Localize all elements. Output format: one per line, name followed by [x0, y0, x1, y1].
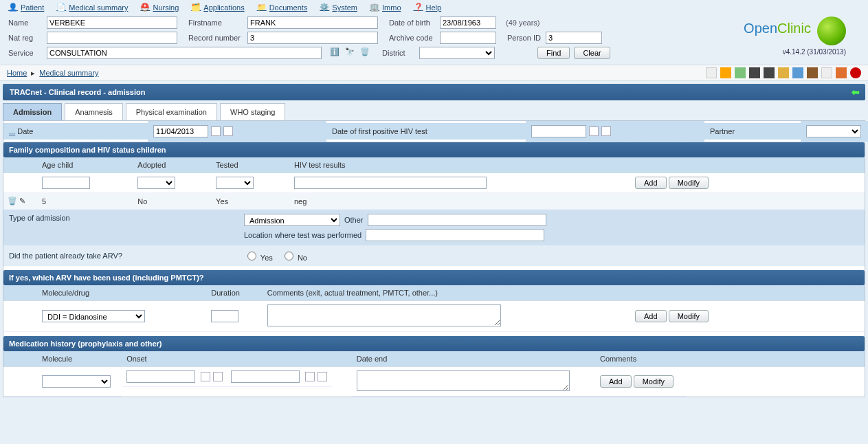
duration-input[interactable]	[211, 310, 238, 322]
menu-applications[interactable]: 🗂️Applications	[191, 3, 244, 12]
age-input[interactable]	[42, 177, 90, 189]
stop-icon[interactable]	[850, 67, 861, 78]
arv-no-radio[interactable]	[285, 252, 293, 260]
record-number-field[interactable]	[247, 32, 378, 44]
service-field[interactable]	[47, 47, 322, 59]
partner-select[interactable]	[806, 125, 861, 137]
first-hiv-field[interactable]	[531, 125, 586, 137]
medhist-input-row: Add Modify	[3, 367, 865, 397]
info-icon[interactable]: ℹ️	[330, 47, 341, 58]
edit-icon[interactable]	[720, 67, 731, 78]
menu-summary[interactable]: 📄Medical summary	[56, 3, 128, 12]
family-section-title: Family composition and HIV status childr…	[3, 142, 865, 157]
archive-field[interactable]	[440, 32, 496, 44]
breadcrumb-bar: Home ▸ Medical summary	[0, 65, 868, 81]
col-comments: Comments (exit, actual treatment, PMTCT,…	[263, 285, 631, 301]
firstname-field[interactable]	[247, 16, 378, 29]
clear-button[interactable]: Clear	[574, 47, 610, 59]
menu-nursing[interactable]: ⛑️Nursing	[140, 3, 179, 12]
cell-results: neg	[290, 193, 631, 210]
type-adm-label: Type of admission	[9, 214, 236, 222]
back-arrow-icon[interactable]: ⬅	[852, 87, 860, 98]
menu-patient[interactable]: 👤Patient	[8, 3, 44, 12]
menu-system[interactable]: ⚙️System	[320, 3, 357, 12]
bed-icon[interactable]	[749, 67, 760, 78]
crumb-current[interactable]: Medical summary	[39, 69, 98, 77]
arv-modify-button[interactable]: Modify	[669, 310, 709, 322]
date-help-icon[interactable]	[223, 126, 233, 136]
date-help-icon[interactable]	[318, 372, 327, 381]
date-help-icon[interactable]	[213, 372, 223, 381]
results-input[interactable]	[294, 177, 487, 189]
arv-add-button[interactable]: Add	[635, 310, 667, 322]
patient-header: Name Firstname Date of birth (49 years) …	[0, 14, 868, 65]
mh-add-button[interactable]: Add	[600, 375, 632, 388]
natreg-field[interactable]	[47, 32, 177, 44]
menu-immo[interactable]: 🏢Immo	[370, 3, 401, 12]
family-modify-button[interactable]: Modify	[669, 177, 709, 189]
service-label: Service	[8, 49, 43, 57]
onset-input[interactable]	[126, 370, 195, 383]
other-input[interactable]	[368, 214, 546, 226]
calendar-icon[interactable]	[305, 372, 315, 381]
calendar-icon[interactable]	[211, 126, 221, 136]
print-icon[interactable]	[807, 67, 818, 78]
recno-label: Record number	[181, 34, 243, 42]
location-input[interactable]	[366, 229, 544, 241]
person-id-field[interactable]	[546, 32, 602, 44]
adopted-select[interactable]	[137, 177, 175, 189]
family-data-row[interactable]: 🗑️ ✎ 5 No Yes neg	[3, 193, 865, 210]
ellipsis-link[interactable]: ...	[9, 127, 15, 135]
molecule-select[interactable]: DDI = Didanosine	[42, 310, 145, 322]
date-help-icon[interactable]	[601, 126, 611, 136]
crumb-home[interactable]: Home	[7, 69, 27, 77]
dob-field[interactable]	[440, 16, 496, 29]
binoculars-icon[interactable]: 🔭	[345, 47, 356, 58]
menu-documents[interactable]: 📁Documents	[257, 3, 308, 12]
gear-icon: ⚙️	[320, 3, 329, 12]
row-delete-icon[interactable]: 🗑️	[8, 197, 17, 205]
family-add-button[interactable]: Add	[635, 177, 667, 189]
location-label: Location where test was performed	[244, 231, 361, 239]
menu-help[interactable]: ❓Help	[414, 3, 442, 12]
cell-tested: Yes	[212, 193, 290, 210]
mh-molecule-select[interactable]	[42, 375, 111, 388]
end-input[interactable]	[231, 370, 300, 383]
tab-anamnesis[interactable]: Anamnesis	[65, 103, 122, 120]
arv-no[interactable]: No	[281, 249, 307, 262]
calendar-icon[interactable]	[201, 372, 210, 381]
tested-select[interactable]	[216, 177, 254, 189]
section-title-bar: TRACnet - Clinical record - admission ⬅	[3, 84, 865, 100]
tab-physical[interactable]: Physical examination	[126, 103, 217, 120]
col-mh-end: Date end	[353, 351, 596, 367]
arv-yes-radio[interactable]	[247, 252, 256, 260]
find-button[interactable]: Find	[537, 47, 570, 59]
user-add-icon[interactable]	[735, 67, 746, 78]
first-hiv-label: Date of first positive HIV test	[326, 123, 526, 140]
arv-yes[interactable]: Yes	[244, 249, 273, 262]
date-field[interactable]	[153, 125, 208, 137]
row-edit-icon[interactable]: ✎	[19, 197, 25, 205]
type-adm-select[interactable]: Admission	[244, 214, 340, 226]
tab-who[interactable]: WHO staging	[220, 103, 285, 120]
pencil-icon[interactable]	[706, 67, 717, 78]
arv-comments-input[interactable]	[267, 304, 501, 326]
apps-icon: 🗂️	[191, 3, 201, 12]
calendar-icon[interactable]	[589, 126, 599, 136]
nurse-icon: ⛑️	[140, 3, 150, 12]
tab-admission[interactable]: Admission	[3, 103, 62, 120]
district-select[interactable]	[419, 47, 495, 59]
stripe-icon[interactable]	[836, 67, 847, 78]
mh-comments-input[interactable]	[357, 370, 570, 391]
version-text: v4.14.2 (31/03/2013)	[744, 48, 846, 56]
toolbar-icons	[706, 67, 861, 78]
mh-modify-button[interactable]: Modify	[634, 375, 674, 388]
calendar-icon[interactable]	[821, 67, 832, 78]
date-label: Date	[17, 127, 33, 135]
meal-icon[interactable]	[764, 67, 775, 78]
delete-icon[interactable]: 🗑️	[360, 47, 371, 58]
document-icon: 📄	[56, 3, 66, 12]
name-field[interactable]	[47, 16, 177, 29]
person-icon[interactable]	[792, 67, 803, 78]
clock-icon[interactable]	[778, 67, 789, 78]
